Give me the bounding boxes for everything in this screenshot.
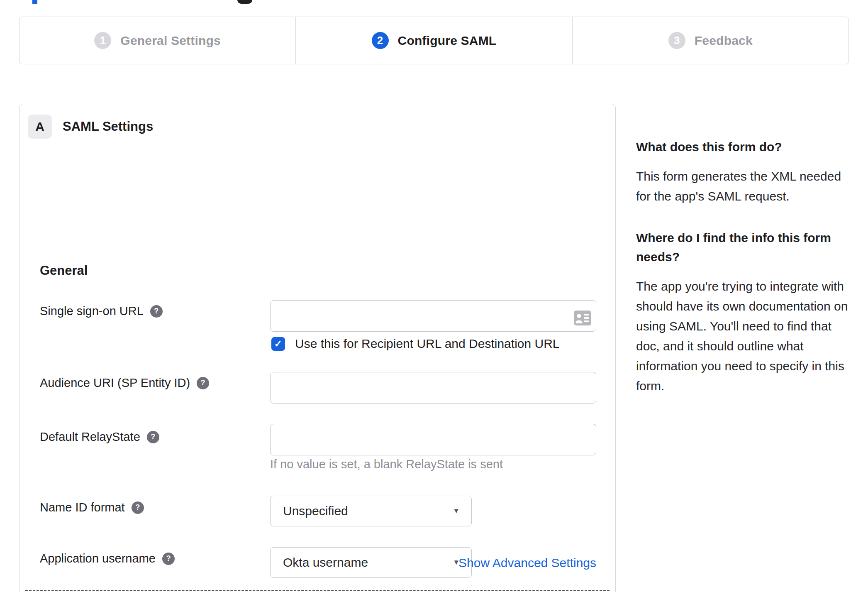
- saml-settings-panel: A SAML Settings General Single sign-on U…: [19, 104, 616, 592]
- sso-url-label-row: Single sign-on URL ?: [40, 304, 163, 318]
- sso-url-input[interactable]: [270, 300, 596, 332]
- general-section-heading: General: [40, 263, 88, 278]
- help-body-what: This form generates the XML needed for t…: [636, 166, 852, 206]
- panel-header: A SAML Settings: [28, 115, 153, 139]
- sso-url-help-icon[interactable]: ?: [150, 305, 163, 318]
- relaystate-label-row: Default RelayState ?: [40, 430, 159, 444]
- panel-dashed-divider: [25, 590, 610, 591]
- relaystate-label: Default RelayState: [40, 430, 140, 444]
- nameid-format-help-icon[interactable]: ?: [132, 501, 144, 514]
- show-advanced-settings-link[interactable]: Show Advanced Settings: [458, 556, 596, 570]
- recipient-url-checkbox[interactable]: ✓: [271, 337, 285, 351]
- app-username-label-row: Application username ?: [40, 552, 175, 565]
- app-username-label: Application username: [40, 552, 156, 565]
- step-configure-saml[interactable]: 2 Configure SAML: [295, 17, 572, 64]
- contact-card-icon[interactable]: [574, 311, 591, 325]
- relaystate-help-icon[interactable]: ?: [147, 431, 159, 443]
- help-sidebar: What does this form do? This form genera…: [636, 137, 852, 418]
- step-1-label: General Settings: [120, 34, 221, 48]
- help-body-where: The app you're trying to integrate with …: [636, 276, 852, 396]
- nameid-format-select[interactable]: Unspecified ▼: [270, 496, 472, 526]
- step-1-badge: 1: [94, 32, 111, 49]
- step-3-badge: 3: [668, 32, 685, 49]
- audience-uri-help-icon[interactable]: ?: [197, 377, 209, 389]
- step-2-badge: 2: [372, 32, 389, 49]
- help-heading-where: Where do I find the info this form needs…: [636, 228, 852, 267]
- app-username-help-icon[interactable]: ?: [162, 553, 175, 565]
- section-a-badge: A: [28, 115, 52, 139]
- panel-title: SAML Settings: [63, 119, 153, 134]
- wizard-stepper: 1 General Settings 2 Configure SAML 3 Fe…: [19, 17, 849, 64]
- sso-url-label: Single sign-on URL: [40, 304, 144, 318]
- chevron-down-icon: ▼: [453, 507, 460, 515]
- audience-uri-input[interactable]: [270, 372, 596, 404]
- relaystate-hint: If no value is set, a blank RelayState i…: [270, 457, 503, 471]
- recipient-url-checkbox-label: Use this for Recipient URL and Destinati…: [295, 337, 560, 351]
- help-heading-what: What does this form do?: [636, 137, 852, 157]
- nameid-format-label: Name ID format: [40, 501, 125, 514]
- recipient-url-checkbox-row: ✓ Use this for Recipient URL and Destina…: [271, 337, 560, 351]
- cutoff-icon-fragment: [237, 0, 252, 4]
- audience-uri-label: Audience URI (SP Entity ID): [40, 376, 190, 390]
- step-3-label: Feedback: [695, 34, 753, 48]
- audience-uri-label-row: Audience URI (SP Entity ID) ?: [40, 376, 209, 390]
- nameid-format-value: Unspecified: [283, 504, 348, 518]
- step-feedback[interactable]: 3 Feedback: [572, 17, 848, 64]
- step-2-label: Configure SAML: [398, 34, 497, 48]
- relaystate-input[interactable]: [270, 424, 596, 455]
- cutoff-logo-fragment: [32, 0, 37, 4]
- advanced-settings-row: Show Advanced Settings: [270, 556, 596, 570]
- nameid-format-label-row: Name ID format ?: [40, 501, 144, 514]
- step-general-settings[interactable]: 1 General Settings: [20, 17, 295, 64]
